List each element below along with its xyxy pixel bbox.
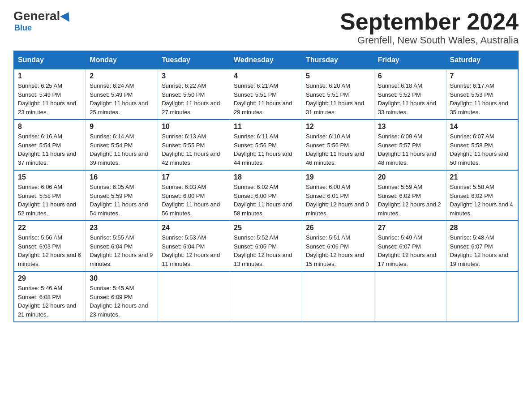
calendar-cell [230, 271, 302, 322]
day-number: 23 [90, 224, 154, 232]
day-info: Sunrise: 5:52 AMSunset: 6:05 PMDaylight:… [234, 233, 298, 268]
calendar-header-wednesday: Wednesday [230, 51, 302, 69]
day-info: Sunrise: 5:58 AMSunset: 6:02 PMDaylight:… [450, 183, 514, 218]
calendar-cell: 25Sunrise: 5:52 AMSunset: 6:05 PMDayligh… [230, 221, 302, 271]
day-number: 2 [90, 72, 154, 80]
day-number: 24 [162, 224, 226, 232]
day-info: Sunrise: 6:09 AMSunset: 5:57 PMDaylight:… [378, 132, 442, 167]
calendar-cell: 14Sunrise: 6:07 AMSunset: 5:58 PMDayligh… [446, 120, 518, 170]
logo-general-text: General [13, 9, 60, 23]
calendar-week-row: 29Sunrise: 5:46 AMSunset: 6:08 PMDayligh… [14, 271, 518, 322]
day-info: Sunrise: 5:45 AMSunset: 6:09 PMDaylight:… [90, 284, 154, 319]
day-number: 16 [90, 173, 154, 181]
day-number: 9 [90, 123, 154, 131]
day-info: Sunrise: 5:48 AMSunset: 6:07 PMDaylight:… [450, 233, 514, 268]
day-number: 8 [18, 123, 82, 131]
calendar-cell: 24Sunrise: 5:53 AMSunset: 6:04 PMDayligh… [158, 221, 230, 271]
day-number: 20 [378, 173, 442, 181]
day-number: 18 [234, 173, 298, 181]
calendar-header-saturday: Saturday [446, 51, 518, 69]
day-number: 15 [18, 173, 82, 181]
calendar-cell [374, 271, 446, 322]
calendar-cell: 12Sunrise: 6:10 AMSunset: 5:56 PMDayligh… [302, 120, 374, 170]
day-info: Sunrise: 6:24 AMSunset: 5:49 PMDaylight:… [90, 81, 154, 116]
calendar-cell: 3Sunrise: 6:22 AMSunset: 5:50 PMDaylight… [158, 69, 230, 120]
day-number: 13 [378, 123, 442, 131]
day-info: Sunrise: 5:53 AMSunset: 6:04 PMDaylight:… [162, 233, 226, 268]
day-number: 25 [234, 224, 298, 232]
day-info: Sunrise: 5:46 AMSunset: 6:08 PMDaylight:… [18, 284, 82, 319]
calendar-header-friday: Friday [374, 51, 446, 69]
day-number: 11 [234, 123, 298, 131]
day-number: 5 [306, 72, 370, 80]
calendar-cell: 4Sunrise: 6:21 AMSunset: 5:51 PMDaylight… [230, 69, 302, 120]
day-number: 21 [450, 173, 514, 181]
day-number: 30 [90, 274, 154, 283]
day-info: Sunrise: 6:02 AMSunset: 6:00 PMDaylight:… [234, 183, 298, 218]
day-info: Sunrise: 6:16 AMSunset: 5:54 PMDaylight:… [18, 132, 82, 167]
calendar-cell: 5Sunrise: 6:20 AMSunset: 5:51 PMDaylight… [302, 69, 374, 120]
day-info: Sunrise: 6:25 AMSunset: 5:49 PMDaylight:… [18, 81, 82, 116]
calendar-cell: 22Sunrise: 5:56 AMSunset: 6:03 PMDayligh… [14, 221, 86, 271]
day-info: Sunrise: 6:18 AMSunset: 5:52 PMDaylight:… [378, 81, 442, 116]
day-info: Sunrise: 6:22 AMSunset: 5:50 PMDaylight:… [162, 81, 226, 116]
calendar-table: SundayMondayTuesdayWednesdayThursdayFrid… [13, 51, 519, 322]
day-number: 12 [306, 123, 370, 131]
day-number: 27 [378, 224, 442, 232]
calendar-cell: 21Sunrise: 5:58 AMSunset: 6:02 PMDayligh… [446, 170, 518, 221]
calendar-cell: 30Sunrise: 5:45 AMSunset: 6:09 PMDayligh… [86, 271, 158, 322]
calendar-cell: 17Sunrise: 6:03 AMSunset: 6:00 PMDayligh… [158, 170, 230, 221]
day-number: 1 [18, 72, 82, 80]
day-number: 14 [450, 123, 514, 131]
calendar-header-monday: Monday [86, 51, 158, 69]
calendar-cell: 15Sunrise: 6:06 AMSunset: 5:58 PMDayligh… [14, 170, 86, 221]
calendar-cell: 20Sunrise: 5:59 AMSunset: 6:02 PMDayligh… [374, 170, 446, 221]
day-info: Sunrise: 6:07 AMSunset: 5:58 PMDaylight:… [450, 132, 514, 167]
day-info: Sunrise: 6:03 AMSunset: 6:00 PMDaylight:… [162, 183, 226, 218]
day-number: 26 [306, 224, 370, 232]
calendar-cell: 9Sunrise: 6:14 AMSunset: 5:54 PMDaylight… [86, 120, 158, 170]
calendar-cell: 8Sunrise: 6:16 AMSunset: 5:54 PMDaylight… [14, 120, 86, 170]
day-number: 22 [18, 224, 82, 232]
day-number: 3 [162, 72, 226, 80]
day-info: Sunrise: 6:20 AMSunset: 5:51 PMDaylight:… [306, 81, 370, 116]
day-info: Sunrise: 6:21 AMSunset: 5:51 PMDaylight:… [234, 81, 298, 116]
calendar-cell: 11Sunrise: 6:11 AMSunset: 5:56 PMDayligh… [230, 120, 302, 170]
calendar-cell: 1Sunrise: 6:25 AMSunset: 5:49 PMDaylight… [14, 69, 86, 120]
calendar-header-row: SundayMondayTuesdayWednesdayThursdayFrid… [14, 51, 518, 69]
day-number: 19 [306, 173, 370, 181]
calendar-week-row: 15Sunrise: 6:06 AMSunset: 5:58 PMDayligh… [14, 170, 518, 221]
calendar-cell [302, 271, 374, 322]
day-info: Sunrise: 5:56 AMSunset: 6:03 PMDaylight:… [18, 233, 82, 268]
calendar-cell: 29Sunrise: 5:46 AMSunset: 6:08 PMDayligh… [14, 271, 86, 322]
calendar-cell: 26Sunrise: 5:51 AMSunset: 6:06 PMDayligh… [302, 221, 374, 271]
day-info: Sunrise: 6:06 AMSunset: 5:58 PMDaylight:… [18, 183, 82, 218]
logo-triangle-icon [60, 9, 73, 22]
calendar-header-sunday: Sunday [14, 51, 86, 69]
calendar-cell: 19Sunrise: 6:00 AMSunset: 6:01 PMDayligh… [302, 170, 374, 221]
location-title: Grenfell, New South Wales, Australia [340, 34, 519, 46]
page-header: General Blue September 2024 Grenfell, Ne… [13, 9, 519, 46]
calendar-cell: 10Sunrise: 6:13 AMSunset: 5:55 PMDayligh… [158, 120, 230, 170]
calendar-header-tuesday: Tuesday [158, 51, 230, 69]
calendar-cell: 16Sunrise: 6:05 AMSunset: 5:59 PMDayligh… [86, 170, 158, 221]
calendar-cell: 6Sunrise: 6:18 AMSunset: 5:52 PMDaylight… [374, 69, 446, 120]
calendar-week-row: 22Sunrise: 5:56 AMSunset: 6:03 PMDayligh… [14, 221, 518, 271]
day-info: Sunrise: 6:14 AMSunset: 5:54 PMDaylight:… [90, 132, 154, 167]
calendar-cell [158, 271, 230, 322]
calendar-cell: 13Sunrise: 6:09 AMSunset: 5:57 PMDayligh… [374, 120, 446, 170]
day-number: 28 [450, 224, 514, 232]
calendar-cell: 2Sunrise: 6:24 AMSunset: 5:49 PMDaylight… [86, 69, 158, 120]
day-info: Sunrise: 5:49 AMSunset: 6:07 PMDaylight:… [378, 233, 442, 268]
title-section: September 2024 Grenfell, New South Wales… [340, 9, 519, 46]
calendar-cell: 28Sunrise: 5:48 AMSunset: 6:07 PMDayligh… [446, 221, 518, 271]
day-info: Sunrise: 6:00 AMSunset: 6:01 PMDaylight:… [306, 183, 370, 218]
calendar-cell: 18Sunrise: 6:02 AMSunset: 6:00 PMDayligh… [230, 170, 302, 221]
calendar-cell: 7Sunrise: 6:17 AMSunset: 5:53 PMDaylight… [446, 69, 518, 120]
day-info: Sunrise: 5:51 AMSunset: 6:06 PMDaylight:… [306, 233, 370, 268]
calendar-header-thursday: Thursday [302, 51, 374, 69]
day-number: 29 [18, 274, 82, 283]
calendar-cell [446, 271, 518, 322]
day-number: 10 [162, 123, 226, 131]
day-info: Sunrise: 6:05 AMSunset: 5:59 PMDaylight:… [90, 183, 154, 218]
